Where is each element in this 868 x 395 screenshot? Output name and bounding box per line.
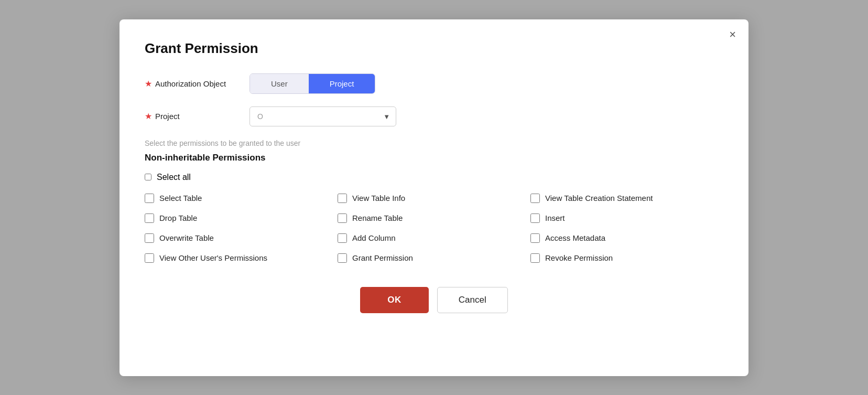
auth-object-row: ★ Authorization Object User Project xyxy=(145,73,723,94)
checkbox-insert[interactable] xyxy=(530,213,540,223)
permission-item-view-table-creation-statement: View Table Creation Statement xyxy=(530,188,723,208)
permissions-col3: View Table Creation StatementInsertAcces… xyxy=(530,188,723,268)
checkbox-add-column[interactable] xyxy=(338,233,347,243)
checkbox-select-table[interactable] xyxy=(145,194,154,203)
checkbox-overwrite-table[interactable] xyxy=(145,233,154,243)
select-all-row: Select all xyxy=(145,173,723,182)
checkbox-access-metadata[interactable] xyxy=(530,233,540,243)
label-view-table-info[interactable]: View Table Info xyxy=(352,194,405,202)
select-all-checkbox[interactable] xyxy=(145,174,151,180)
close-button[interactable]: × xyxy=(729,29,736,40)
permissions-col2: View Table InfoRename TableAdd ColumnGra… xyxy=(338,188,530,268)
label-insert[interactable]: Insert xyxy=(545,213,565,222)
modal-overlay: × Grant Permission ★ Authorization Objec… xyxy=(0,0,868,395)
label-access-metadata[interactable]: Access Metadata xyxy=(545,233,605,242)
checkbox-drop-table[interactable] xyxy=(145,213,154,223)
label-drop-table[interactable]: Drop Table xyxy=(159,213,197,222)
label-grant-permission[interactable]: Grant Permission xyxy=(352,253,413,262)
cancel-button[interactable]: Cancel xyxy=(437,287,508,313)
grant-permission-modal: × Grant Permission ★ Authorization Objec… xyxy=(120,19,748,376)
permissions-grid: Select TableDrop TableOverwrite TableVie… xyxy=(145,188,723,268)
required-star-auth: ★ xyxy=(145,79,152,89)
checkbox-grant-permission[interactable] xyxy=(338,253,347,263)
permission-item-add-column: Add Column xyxy=(338,228,530,248)
auth-object-label: ★ Authorization Object xyxy=(145,79,249,89)
permission-item-view-other-users-permissions: View Other User's Permissions xyxy=(145,248,338,268)
permissions-col1: Select TableDrop TableOverwrite TableVie… xyxy=(145,188,338,268)
modal-title: Grant Permission xyxy=(145,40,723,57)
label-overwrite-table[interactable]: Overwrite Table xyxy=(159,233,214,242)
checkbox-view-table-info[interactable] xyxy=(338,194,347,203)
label-add-column[interactable]: Add Column xyxy=(352,233,396,242)
project-field-row: ★ Project O ▼ xyxy=(145,106,723,126)
permission-item-access-metadata: Access Metadata xyxy=(530,228,723,248)
permissions-section-title: Non-inheritable Permissions xyxy=(145,153,723,163)
permission-item-insert: Insert xyxy=(530,208,723,228)
checkbox-revoke-permission[interactable] xyxy=(530,253,540,263)
permission-item-rename-table: Rename Table xyxy=(338,208,530,228)
label-revoke-permission[interactable]: Revoke Permission xyxy=(545,253,613,262)
label-view-other-users-permissions[interactable]: View Other User's Permissions xyxy=(159,253,267,262)
project-label: ★ Project xyxy=(145,111,249,121)
permission-item-drop-table: Drop Table xyxy=(145,208,338,228)
toggle-project-button[interactable]: Project xyxy=(309,74,375,93)
ok-button[interactable]: OK xyxy=(360,287,429,313)
label-view-table-creation-statement[interactable]: View Table Creation Statement xyxy=(545,194,653,202)
toggle-user-button[interactable]: User xyxy=(250,74,309,93)
permission-item-overwrite-table: Overwrite Table xyxy=(145,228,338,248)
label-rename-table[interactable]: Rename Table xyxy=(352,213,403,222)
permission-item-revoke-permission: Revoke Permission xyxy=(530,248,723,268)
footer-buttons: OK Cancel xyxy=(145,287,723,313)
permission-item-select-table: Select Table xyxy=(145,188,338,208)
auth-object-toggle-group: User Project xyxy=(249,73,375,94)
project-select-wrapper: O ▼ xyxy=(249,106,396,126)
select-all-label[interactable]: Select all xyxy=(157,173,191,182)
checkbox-view-table-creation-statement[interactable] xyxy=(530,194,540,203)
label-select-table[interactable]: Select Table xyxy=(159,194,202,202)
checkbox-rename-table[interactable] xyxy=(338,213,347,223)
hint-text: Select the permissions to be granted to … xyxy=(145,139,723,147)
checkbox-view-other-users-permissions[interactable] xyxy=(145,253,154,263)
required-star-project: ★ xyxy=(145,111,152,121)
permission-item-grant-permission: Grant Permission xyxy=(338,248,530,268)
permission-item-view-table-info: View Table Info xyxy=(338,188,530,208)
project-select[interactable]: O xyxy=(249,106,396,126)
